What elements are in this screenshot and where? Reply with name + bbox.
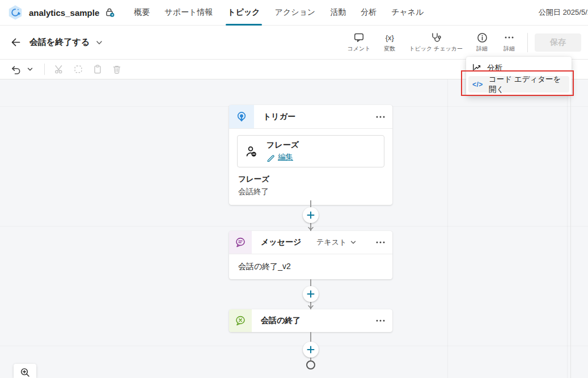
message-bubble-icon (234, 236, 247, 249)
more-icon (376, 241, 385, 243)
more-options-button[interactable]: 詳細 (496, 28, 523, 56)
authoring-canvas[interactable]: トリガー フレーズ (0, 79, 588, 378)
phrases-label: フレーズ (238, 174, 383, 184)
canvas-gridline (0, 346, 588, 346)
add-node-button[interactable] (303, 342, 319, 358)
chevron-down-icon (27, 66, 33, 73)
cut-button[interactable] (52, 62, 66, 77)
trigger-node-title: トリガー (263, 112, 295, 122)
comments-button[interactable]: コメント (341, 28, 376, 56)
paste-button[interactable] (90, 62, 105, 77)
zoom-in-icon (20, 367, 30, 377)
toolbar-divider (527, 33, 528, 52)
chevron-down-icon (350, 239, 357, 246)
end-icon-cell (229, 309, 252, 332)
tab-overview[interactable]: 概要 (126, 0, 157, 26)
agent-name[interactable]: analytics_sample (29, 8, 99, 18)
app-header: analytics_sample 概要 サポート情報 トピック アクション 活動… (0, 0, 588, 26)
details-button[interactable]: 詳細 (468, 28, 496, 56)
tab-channels[interactable]: チャネル (384, 0, 431, 26)
undo-menu-chevron[interactable] (23, 62, 37, 77)
tab-analytics[interactable]: 分析 (353, 0, 384, 26)
primary-tabs: 概要 サポート情報 トピック アクション 活動 分析 チャネル (126, 0, 431, 26)
published-date: 公開日 2025/5/1 (539, 7, 588, 18)
message-body-text[interactable]: 会話の終了_v2 (229, 254, 392, 279)
end-node-title: 会話の終了 (261, 316, 301, 326)
end-more-button[interactable] (372, 312, 389, 329)
copy-icon (73, 64, 83, 74)
back-button[interactable] (6, 33, 25, 52)
topic-header-bar: 会話を終了する コメント {x} 変数 トピック チェッカー (0, 26, 588, 60)
copilot-studio-app: analytics_sample 概要 サポート情報 トピック アクション 活動… (0, 0, 588, 378)
trigger-node-header: トリガー (229, 105, 392, 129)
phrases-value: 会話終了 (238, 187, 383, 197)
trigger-icon-cell (229, 105, 254, 128)
tab-topics[interactable]: トピック (220, 0, 267, 26)
back-arrow-icon (10, 37, 21, 48)
end-node-header: 会話の終了 (229, 309, 392, 332)
topic-toolbar-actions: コメント {x} 変数 トピック チェッカー 詳細 (341, 28, 523, 56)
undo-button[interactable] (8, 62, 23, 77)
arrowhead-icon (308, 305, 314, 309)
copy-button[interactable] (71, 62, 86, 77)
more-icon (376, 116, 385, 118)
tab-activity[interactable]: 活動 (323, 0, 353, 26)
save-button[interactable]: 保存 (535, 33, 581, 52)
end-conversation-node[interactable]: 会話の終了 (229, 309, 392, 332)
right-rail: ⋮ (570, 26, 588, 378)
scissors-icon (54, 64, 64, 74)
trigger-more-button[interactable] (372, 108, 389, 125)
end-conversation-icon (234, 314, 247, 327)
trash-icon (112, 64, 122, 74)
plus-icon (307, 290, 315, 298)
comment-icon (353, 32, 365, 43)
trigger-node-body: フレーズ 編集 フレーズ 会話終了 (229, 135, 392, 205)
topic-title: 会話を終了する (29, 37, 90, 48)
canvas-gridline (0, 226, 588, 226)
analytics-icon (472, 63, 481, 73)
message-node-header: メッセージ テキスト (229, 231, 392, 254)
variables-button[interactable]: {x} 変数 (376, 28, 403, 56)
tab-actions[interactable]: アクション (268, 0, 323, 26)
add-node-button[interactable] (303, 286, 319, 302)
plus-icon (307, 346, 315, 354)
tab-support-info[interactable]: サポート情報 (157, 0, 220, 26)
undo-icon (10, 64, 21, 75)
message-type-dropdown[interactable]: テキスト (316, 237, 357, 247)
clipboard-icon (92, 64, 103, 74)
topic-title-chevron-icon[interactable] (95, 39, 103, 47)
copilot-studio-logo-icon[interactable] (7, 4, 24, 21)
connector (303, 332, 319, 360)
add-node-button[interactable] (303, 207, 319, 223)
edit-phrases-link[interactable]: 編集 (278, 152, 293, 162)
environment-lock-icon (105, 7, 115, 18)
more-options-menu: 分析 </> コード エディターを開く (466, 57, 572, 96)
connector (303, 200, 319, 231)
code-icon: </> (472, 81, 483, 89)
canvas-gridline (567, 79, 568, 378)
trigger-icon (235, 111, 248, 123)
topic-checker-button[interactable]: トピック チェッカー (403, 28, 468, 56)
person-edit-icon (244, 145, 259, 158)
arrowhead-icon (308, 227, 314, 230)
variables-icon: {x} (386, 32, 394, 43)
phrases-card-title: フレーズ (266, 140, 299, 150)
canvas-zoom-panel (14, 364, 36, 378)
menu-item-open-code-editor[interactable]: </> コード エディターを開く (468, 76, 569, 93)
more-icon (376, 320, 385, 322)
message-icon-cell (229, 231, 252, 254)
plus-icon (307, 211, 315, 219)
pencil-icon (266, 153, 275, 162)
more-icon (504, 32, 514, 43)
delete-button[interactable] (109, 62, 124, 77)
connector (303, 279, 319, 309)
message-node-title: メッセージ (261, 237, 301, 247)
message-node[interactable]: メッセージ テキスト 会話の終了_v2 (229, 231, 392, 279)
phrases-card[interactable]: フレーズ 編集 (237, 135, 384, 167)
trigger-node[interactable]: トリガー フレーズ (229, 105, 392, 205)
info-icon (477, 32, 488, 43)
topic-checker-icon (430, 32, 442, 43)
zoom-in-button[interactable] (20, 367, 30, 377)
message-more-button[interactable] (372, 234, 389, 251)
canvas-gridline (447, 79, 448, 378)
